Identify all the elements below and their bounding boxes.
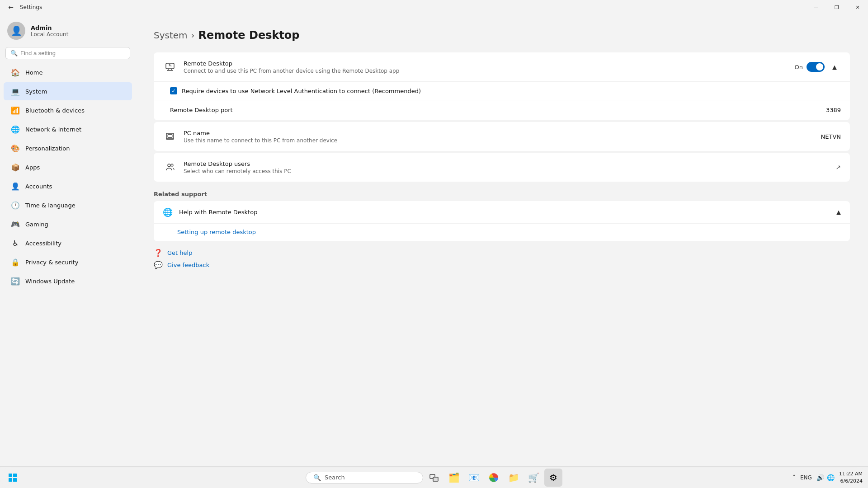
avatar: 👤 [7, 22, 25, 40]
apps-icon: 📦 [11, 163, 20, 172]
search-input[interactable] [20, 50, 125, 56]
search-icon: 🔍 [10, 50, 18, 56]
sidebar-item-personalization[interactable]: 🎨 Personalization [4, 139, 132, 157]
search-box[interactable]: 🔍 [5, 47, 130, 59]
lang-badge[interactable]: ENG [798, 474, 814, 482]
back-button[interactable]: ← [5, 2, 16, 13]
titlebar-title: Settings [20, 4, 42, 10]
titlebar-left: ← Settings [5, 2, 42, 13]
taskbar-chrome-icon[interactable] [485, 469, 503, 487]
tray-chevron-icon[interactable]: ˄ [793, 474, 796, 481]
sidebar-item-label: Accessibility [25, 240, 61, 247]
user-name: Admin [31, 24, 68, 31]
user-section: 👤 Admin Local Account [0, 14, 136, 45]
user-type: Local Account [31, 31, 68, 38]
svg-rect-11 [13, 474, 17, 477]
help-globe-icon: 🌐 [163, 207, 173, 217]
sidebar-item-bluetooth[interactable]: 📶 Bluetooth & devices [4, 101, 132, 119]
sidebar-item-label: Network & internet [25, 126, 81, 133]
sidebar-item-accounts[interactable]: 👤 Accounts [4, 177, 132, 195]
sidebar-item-label: Personalization [25, 145, 70, 152]
svg-rect-0 [166, 63, 174, 69]
nla-checkbox[interactable] [170, 87, 177, 94]
speaker-icon[interactable]: 🔊 [816, 474, 824, 481]
bluetooth-icon: 📶 [11, 106, 20, 115]
toggle-label: On [795, 64, 803, 70]
svg-point-8 [168, 164, 170, 167]
remote-desktop-title: Remote Desktop [184, 60, 795, 67]
sidebar-item-label: Gaming [25, 221, 48, 228]
remote-users-row: Remote Desktop users Select who can remo… [154, 153, 850, 182]
remote-desktop-control: On ▲ [795, 61, 841, 73]
taskbar-store-icon[interactable]: 🛒 [524, 469, 542, 487]
help-link-container: Setting up remote desktop [154, 224, 850, 241]
svg-rect-13 [13, 478, 17, 482]
sidebar-item-accessibility[interactable]: ♿ Accessibility [4, 234, 132, 252]
minimize-button[interactable]: — [806, 0, 826, 14]
remote-users-title: Remote Desktop users [184, 160, 835, 167]
remote-users-icon [163, 160, 177, 174]
taskbar-settings-icon[interactable]: ⚙️ [544, 469, 562, 487]
personalization-icon: 🎨 [11, 144, 20, 153]
sidebar-item-label: Privacy & security [25, 259, 78, 266]
pc-name-row: PC name Use this name to connect to this… [154, 122, 850, 151]
taskbar-left [4, 469, 22, 487]
external-link-icon[interactable]: ↗ [835, 164, 841, 171]
port-label: Remote Desktop port [170, 107, 826, 113]
sidebar-item-network[interactable]: 🌐 Network & internet [4, 120, 132, 138]
close-button[interactable]: ✕ [847, 0, 868, 14]
accessibility-icon: ♿ [11, 239, 20, 248]
remote-desktop-card: Remote Desktop Connect to and use this P… [154, 52, 850, 120]
get-help-icon: ❓ [154, 249, 163, 257]
pc-name-desc: Use this name to connect to this PC from… [184, 137, 821, 144]
svg-point-9 [171, 164, 173, 166]
taskbar: 🔍 Search 🗂️ 📧 📁 🛒 ⚙️ ˄ [0, 466, 868, 488]
sidebar-item-privacy[interactable]: 🔒 Privacy & security [4, 253, 132, 271]
sidebar-item-update[interactable]: 🔄 Windows Update [4, 272, 132, 290]
sidebar-item-apps[interactable]: 📦 Apps [4, 158, 132, 176]
setup-remote-desktop-link[interactable]: Setting up remote desktop [177, 229, 256, 235]
remote-users-desc: Select who can remotely access this PC [184, 168, 835, 174]
remote-desktop-toggle[interactable] [807, 62, 825, 72]
taskbar-right: ˄ ENG 🔊 🌐 11:22 AM 6/6/2024 [793, 469, 864, 485]
tray-time[interactable]: 11:22 AM 6/6/2024 [837, 469, 864, 485]
pc-name-text: PC name Use this name to connect to this… [184, 130, 821, 144]
breadcrumb-separator: › [191, 30, 195, 41]
taskbar-search-icon: 🔍 [313, 474, 321, 481]
remote-desktop-expand[interactable]: ▲ [828, 61, 841, 73]
taskbar-files-icon[interactable]: 📁 [505, 469, 523, 487]
sidebar-item-home[interactable]: 🏠 Home [4, 63, 132, 81]
breadcrumb-parent[interactable]: System [154, 30, 188, 41]
svg-rect-15 [433, 477, 438, 481]
remote-desktop-icon [163, 60, 177, 74]
system-tray: ˄ ENG 🔊 🌐 11:22 AM 6/6/2024 [793, 469, 864, 485]
taskbar-search[interactable]: 🔍 Search [306, 472, 423, 483]
sidebar-item-label: System [25, 88, 47, 95]
main-content: System › Remote Desktop [136, 14, 868, 466]
sidebar-item-time[interactable]: 🕐 Time & language [4, 196, 132, 214]
help-with-remote-row: 🌐 Help with Remote Desktop ▲ [154, 201, 850, 224]
help-collapse-button[interactable]: ▲ [836, 209, 841, 216]
remote-desktop-desc: Connect to and use this PC from another … [184, 68, 795, 74]
give-feedback-link[interactable]: Give feedback [167, 262, 209, 268]
sidebar-item-gaming[interactable]: 🎮 Gaming [4, 215, 132, 233]
get-help-link[interactable]: Get help [167, 249, 192, 256]
network-tray-icon[interactable]: 🌐 [827, 474, 835, 481]
taskbar-mail-icon[interactable]: 📧 [465, 469, 483, 487]
accounts-icon: 👤 [11, 182, 20, 191]
help-title: Help with Remote Desktop [179, 209, 836, 216]
page-title: Remote Desktop [198, 29, 300, 42]
port-row: Remote Desktop port 3389 [154, 100, 850, 120]
start-button[interactable] [4, 469, 22, 487]
maximize-button[interactable]: ❐ [826, 0, 847, 14]
sidebar-item-system[interactable]: 💻 System [4, 82, 132, 100]
remote-desktop-row: Remote Desktop Connect to and use this P… [154, 52, 850, 82]
sidebar-item-label: Accounts [25, 183, 52, 190]
port-value: 3389 [826, 107, 841, 113]
give-feedback-item: 💬 Give feedback [154, 261, 850, 269]
taskbar-multitask-icon[interactable] [425, 469, 443, 487]
taskbar-apps-icon[interactable]: 🗂️ [445, 469, 463, 487]
pc-name-title: PC name [184, 130, 821, 136]
help-card: 🌐 Help with Remote Desktop ▲ Setting up … [154, 201, 850, 241]
remote-users-text: Remote Desktop users Select who can remo… [184, 160, 835, 174]
